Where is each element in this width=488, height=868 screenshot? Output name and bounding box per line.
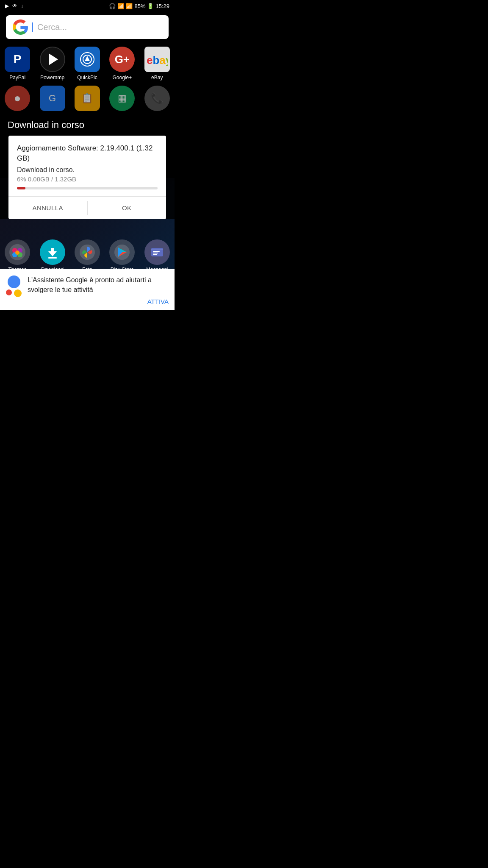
svg-marker-10 [48,248,57,256]
messaggi-icon [144,239,170,265]
app-googleplus[interactable]: G+ Google+ [107,47,137,81]
download-dock-icon [40,239,65,265]
dock-foto[interactable]: Foto [72,239,103,273]
hearing-icon: 👁 [12,3,17,9]
dialog-subtitle: Download in corso. [17,166,158,174]
download-svg [45,245,60,260]
svg-rect-22 [153,254,157,255]
app-label-paypal: PayPal [9,75,25,81]
svg-rect-18 [151,248,163,256]
google-logo-icon [13,19,28,35]
download-notification: Download in corso Aggiornamento Software… [0,113,175,219]
clock: 15:29 [155,3,169,9]
quickpic-icon [75,47,100,72]
dialog-progress-text: 6% 0.08GB / 1.32GB [17,175,158,183]
googleplus-icon: G+ [109,47,135,72]
app-keep[interactable]: 📋 [72,86,103,111]
app-poweramp[interactable]: Poweramp [37,47,68,81]
search-bar[interactable]: Cerca... [6,15,169,39]
keep-icon: 📋 [75,86,100,111]
play-icon: ▶ [5,3,9,9]
themes-icon [5,239,30,265]
assistant-dot-yellow [14,289,22,297]
ok-button[interactable]: OK [88,197,166,219]
ebay-icon: ebay [144,47,170,72]
battery-percent: 85% [134,3,145,9]
paypal-icon: P [5,47,30,72]
assistant-dot-red [6,289,12,295]
dialog-actions: ANNULLA OK [8,196,166,219]
app-moto[interactable]: ● [2,86,33,111]
sheets-icon: ▦ [109,86,135,111]
assistant-banner: L'Assistente Google è pronto ad aiutarti… [0,269,175,310]
app-label-ebay: eBay [151,75,163,81]
app-row-2: ● G 📋 ▦ 📞 [0,84,175,113]
app-sheets[interactable]: ▦ [107,86,137,111]
messaggi-svg [150,245,165,260]
app-quickpic[interactable]: QuickPic [72,47,103,81]
download-icon: ↓ [21,3,23,9]
wifi-icon: 📶 [117,3,124,9]
notification-title: Download in corso [8,120,167,131]
foto-icon [75,239,100,265]
progress-bar-fill [17,187,25,189]
app-label-googleplus: Google+ [113,75,132,81]
ebay-svg: ebay [146,53,168,66]
quickpic-svg [80,52,95,67]
svg-point-9 [15,250,19,255]
playstore-icon [109,239,135,265]
foto-svg [79,244,95,260]
assistant-text-container: L'Assistente Google è pronto ad aiutarti… [28,275,169,305]
dock-messaggi[interactable]: Messaggi [142,239,172,273]
app-paypal[interactable]: P PayPal [2,47,33,81]
dock-playstore[interactable]: Play Store [107,239,137,273]
app-gtranslate[interactable]: G [37,86,68,111]
app-row-1: P PayPal Poweramp QuickPic G+ Google+ eb [0,42,175,82]
status-left-icons: ▶ 👁 ↓ [5,3,23,9]
search-placeholder: Cerca... [37,22,67,32]
dialog-title: Aggiornamento Software: 2.19.400.1 (1.32… [17,143,158,164]
progress-bar-background [17,187,158,189]
svg-rect-11 [48,257,57,259]
status-right-info: 🎧 📶 📶 85% 🔋 15:29 [109,3,169,9]
cancel-button[interactable]: ANNULLA [8,197,87,219]
app-label-poweramp: Poweramp [40,75,64,81]
dialog-card: Aggiornamento Software: 2.19.400.1 (1.32… [8,136,166,219]
assistant-activate-button[interactable]: ATTIVA [28,298,169,305]
whatsapp-icon: 📞 [144,86,170,111]
app-ebay[interactable]: ebay eBay [142,47,172,81]
status-bar: ▶ 👁 ↓ 🎧 📶 📶 85% 🔋 15:29 [0,0,175,12]
battery-icon: 🔋 [147,3,154,9]
themes-svg [9,244,26,261]
signal-icon: 📶 [126,3,133,9]
assistant-dot-row [6,289,22,297]
svg-rect-20 [153,251,160,252]
poweramp-icon [40,47,65,72]
assistant-message: L'Assistente Google è pronto ad aiutarti… [28,276,152,293]
playstore-svg [114,244,130,260]
dock-themes[interactable]: Themes [2,239,33,273]
gtranslate-icon: G [40,86,65,111]
svg-rect-21 [153,253,158,253]
svg-text:ebay: ebay [147,54,168,66]
assistant-logo [6,275,22,297]
headset-icon: 🎧 [109,3,116,9]
moto-icon: ● [5,86,30,111]
dialog-content: Aggiornamento Software: 2.19.400.1 (1.32… [8,136,166,196]
app-whatsapp[interactable]: 📞 [142,86,172,111]
search-cursor [32,22,33,32]
dock-download[interactable]: Download [37,239,68,273]
app-label-quickpic: QuickPic [77,75,97,81]
assistant-dot-blue [8,275,20,288]
